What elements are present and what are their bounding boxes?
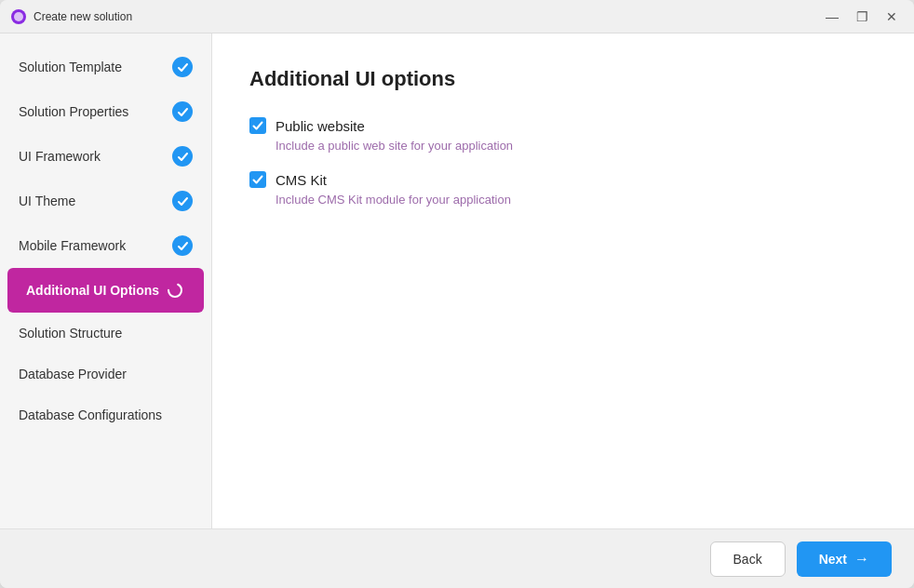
option-label-row: CMS Kit	[249, 171, 877, 188]
cms-kit-desc: Include CMS Kit module for your applicat…	[276, 193, 877, 207]
svg-point-1	[168, 284, 181, 297]
titlebar: Create new solution — ❐ ✕	[0, 0, 914, 33]
content-area: Solution Template Solution Properties UI…	[0, 33, 914, 528]
sidebar-item-database-configurations[interactable]: Database Configurations	[0, 394, 211, 435]
next-arrow-icon: →	[854, 551, 869, 568]
check-icon	[172, 191, 193, 211]
back-button[interactable]: Back	[710, 541, 786, 577]
sidebar-item-solution-structure[interactable]: Solution Structure	[0, 313, 211, 354]
sidebar-item-solution-template[interactable]: Solution Template	[0, 45, 211, 89]
close-button[interactable]: ✕	[880, 6, 903, 28]
check-icon	[172, 57, 193, 77]
sidebar-item-ui-theme[interactable]: UI Theme	[0, 179, 211, 223]
check-icon	[172, 146, 193, 167]
app-window: Create new solution — ❐ ✕ Solution Templ…	[0, 0, 914, 588]
sidebar: Solution Template Solution Properties UI…	[0, 33, 212, 528]
sidebar-item-label: Solution Properties	[19, 103, 172, 120]
sidebar-item-ui-framework[interactable]: UI Framework	[0, 134, 211, 179]
sidebar-item-label: UI Framework	[19, 148, 172, 165]
sidebar-item-label: Solution Structure	[19, 325, 193, 341]
sidebar-item-label: Database Provider	[19, 366, 193, 382]
public-website-label: Public website	[276, 118, 365, 134]
footer: Back Next →	[0, 528, 914, 588]
window-title: Create new solution	[34, 10, 821, 23]
sidebar-item-label: UI Theme	[19, 193, 172, 209]
minimize-button[interactable]: —	[821, 6, 843, 28]
spinner-icon	[165, 280, 185, 301]
sidebar-item-additional-ui-options[interactable]: Additional UI Options	[7, 268, 204, 313]
sidebar-item-label: Mobile Framework	[19, 237, 172, 254]
option-row-public-website: Public website Include a public web site…	[249, 117, 877, 153]
option-label-row: Public website	[249, 117, 877, 134]
sidebar-item-mobile-framework[interactable]: Mobile Framework	[0, 223, 211, 268]
sidebar-item-label: Database Configurations	[19, 407, 193, 423]
app-icon	[11, 9, 26, 24]
sidebar-item-solution-properties[interactable]: Solution Properties	[0, 89, 211, 134]
sidebar-item-label: Solution Template	[19, 59, 172, 75]
public-website-checkbox[interactable]	[249, 117, 266, 134]
sidebar-item-database-provider[interactable]: Database Provider	[0, 354, 211, 394]
maximize-button[interactable]: ❐	[851, 6, 873, 28]
window-controls: — ❐ ✕	[821, 6, 903, 28]
cms-kit-checkbox[interactable]	[249, 171, 266, 188]
check-icon	[172, 101, 193, 122]
page-title: Additional UI options	[249, 67, 877, 91]
public-website-desc: Include a public web site for your appli…	[276, 139, 877, 153]
next-label: Next	[819, 552, 847, 567]
svg-point-0	[14, 12, 23, 21]
main-panel: Additional UI options Public website Inc…	[212, 33, 914, 528]
option-row-cms-kit: CMS Kit Include CMS Kit module for your …	[249, 171, 877, 207]
cms-kit-label: CMS Kit	[276, 172, 327, 188]
sidebar-item-label: Additional UI Options	[26, 282, 165, 299]
check-icon	[172, 235, 193, 256]
next-button[interactable]: Next →	[797, 541, 892, 577]
